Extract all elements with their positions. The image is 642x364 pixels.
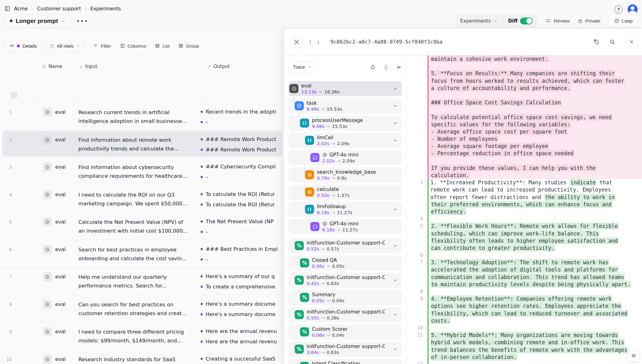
focus-scan-button[interactable] [290,36,303,48]
table-row[interactable]: 10evalResearch industry standards for Sa… [0,349,284,364]
sidebar-toggle-icon[interactable] [4,6,10,12]
chevron-down-icon[interactable] [393,86,398,92]
table-row[interactable]: 4evalI need to calculate the ROI on our … [0,185,284,212]
next-row-button[interactable]: ↓ [317,39,320,45]
function-icon: () [305,205,314,214]
trace-row[interactable]: %Custom Scorer0.06s→0.04s [288,324,402,340]
unchanged-text: 1. **Increased Productivity**: Many stud… [430,179,570,186]
output-value: ### Remote Work Product [201,136,276,142]
private-button[interactable]: Private [578,18,600,24]
table-row[interactable]: 7evalHelp me understand our quarterlyper… [0,267,284,294]
trace-row[interactable]: %Summary0.05s→0.04s [288,290,402,305]
filter-icon [93,43,98,48]
filter-button[interactable]: Filter [89,40,115,52]
eval-type-icon [43,245,52,254]
table-row[interactable]: 1evalResearch current trends in artifici… [0,102,284,130]
line-number: 8 [407,288,423,295]
details-label: Details [23,43,37,49]
purple-bullet-icon [201,121,203,123]
review-button[interactable]: Review [546,18,570,24]
added-text: flexibility, which can lead to reduced t… [430,310,628,317]
trace-row[interactable]: search_knowledge_base0.74s→0.8s [288,167,402,182]
chevron-down-icon[interactable] [393,103,398,110]
breadcrumb-section[interactable]: Experiments [90,6,121,12]
timer-icon[interactable] [370,65,376,70]
table-row[interactable]: 6evalSearch for best practices in employ… [0,240,284,267]
trace-row[interactable]: eval13.13s→16.36s [288,81,402,96]
trace-row[interactable]: calculate0.53s→1.37s [288,185,402,200]
table-body: 1evalResearch current trends in artifici… [0,102,284,364]
table-row[interactable]: 3evalFind information about cybersecurit… [0,157,284,185]
avatar[interactable] [628,4,638,14]
all-rows-dropdown[interactable]: All rows [45,40,85,52]
details-button[interactable]: Details [4,40,42,52]
row-number: 7 [4,274,12,279]
gray-bullet-icon [201,138,203,140]
trace-row[interactable]: ()processUserMessage9.48s→15.53s [288,116,402,131]
chevron-down-icon[interactable] [393,207,398,213]
output-value: – [201,229,208,235]
columns-button[interactable]: Columns [116,40,150,52]
trace-view-dropdown[interactable]: Trace [288,61,316,73]
row-number: 3 [4,165,12,170]
list-button[interactable]: List [150,40,174,52]
table-row[interactable]: 9evalI need to compare three different p… [0,322,284,349]
purple-bullet-icon [201,258,203,261]
trace-row[interactable]: %initFunction-Customer support-C...0.55s… [288,307,402,322]
chevron-down-icon[interactable] [393,138,398,144]
output-value: To calculate the ROI (Retur [201,202,275,208]
table-row[interactable]: 5evalCalculate the Net Present Value (NP… [0,212,284,240]
column-header-output[interactable]: ↗ Output [207,64,230,69]
eval-type-icon [43,355,52,364]
diff-toggle[interactable] [520,18,533,24]
trace-row[interactable]: ()llmCall2.02s→2.09s [288,133,402,148]
trace-row[interactable]: task9.49s→15.53s [288,98,402,113]
trace-row-main: Closed QA0.06s→0.05s [312,257,345,269]
table-row[interactable]: 2evalFind information about remote workp… [0,130,284,157]
trace-row[interactable]: GPT-4o mini2.02s→2.09s [288,150,402,165]
previous-row-button[interactable]: ↑ [309,39,312,45]
experiment-selector-button[interactable]: Longer prompt [4,14,71,27]
experiments-dropdown[interactable]: Experiments [455,14,503,28]
more-options-button[interactable]: ••• [76,17,88,25]
arrow-down-right-icon: ↘ [79,64,83,69]
column-header-name[interactable]: ☰ Name [42,64,62,69]
close-panel-button[interactable] [625,36,638,48]
column-header-input[interactable]: ↘ Input [79,64,97,69]
help-icon[interactable]: ? [614,5,623,13]
breadcrumb-org[interactable]: Acme [14,6,28,12]
trace-row-title: GPT-4o mini [322,152,359,158]
trace-row[interactable]: GPT-4o mini6.18s→11.27s [288,219,402,234]
expand-rows-icon[interactable] [383,65,389,70]
search-icon[interactable] [609,39,615,45]
removed-text: 5. **Focus on Results:** Many companies … [430,70,615,77]
tool-icon [305,187,314,197]
trace-row[interactable]: %initFunction-Customer support-C...0.42s… [288,273,402,288]
chevron-down-icon[interactable] [393,243,398,250]
trace-row[interactable]: %initFunction-Customer support-C...0.52s… [288,238,402,253]
trace-row[interactable]: ()llmFollowup6.18s→11.27s [288,202,402,217]
group-button[interactable]: Group [174,40,203,52]
tag-icon[interactable] [593,39,599,45]
select-all-checkbox[interactable] [10,92,17,98]
chevron-down-icon[interactable] [393,347,398,353]
trace-id: 9c062bc2-a8c7-4a88-9749-5cf840f3c9ba [330,39,443,45]
log-view-button[interactable] [628,350,640,362]
added-text: the ability to work in [545,194,615,201]
chevron-down-icon[interactable] [393,312,398,319]
trace-row[interactable]: %Intent Classification0.13s→0.03s [288,359,402,364]
trace-row-main: search_knowledge_base0.74s→0.8s [317,169,376,181]
loop-button[interactable]: Loop [609,14,638,28]
chevron-down-icon[interactable] [393,121,398,127]
chevron-down-icon[interactable] [393,278,398,284]
review-checklist-icon [546,18,551,24]
collapse-panel-icon[interactable] [397,65,402,70]
table-row[interactable]: 8evalCan you search for best practices o… [0,294,284,322]
breadcrumb-project[interactable]: Customer support [37,6,81,12]
line-number: 10 [407,324,423,332]
loop-icon [614,18,619,24]
trace-row[interactable]: %Closed QA0.06s→0.05s [288,256,402,271]
trace-row[interactable]: %initFunction-Customer support-C...3.64s… [288,342,402,357]
trace-row-title: initFunction-Customer support-C... [307,240,385,246]
gray-bullet-icon [201,220,203,223]
